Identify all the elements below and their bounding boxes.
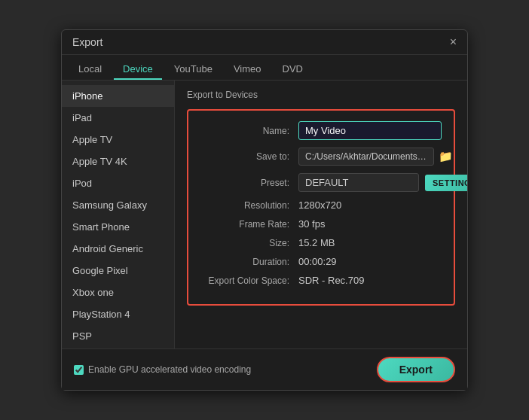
sidebar-item-samsung-galaxy[interactable]: Samsung Galaxy (62, 194, 174, 216)
tab-local[interactable]: Local (69, 59, 111, 80)
dialog-body: iPhone iPad Apple TV Apple TV 4K iPod Sa… (62, 81, 467, 374)
section-label: Export to Devices (187, 90, 455, 100)
preset-label: Preset: (200, 178, 298, 188)
sidebar-item-ipad[interactable]: iPad (62, 107, 174, 129)
dialog-footer: Enable GPU accelerated video encoding Ex… (62, 348, 467, 390)
duration-label: Duration: (200, 257, 298, 267)
export-dialog: Export × Local Device YouTube Vimeo DVD … (61, 29, 468, 391)
duration-value: 00:00:29 (298, 256, 337, 267)
sidebar-item-ipod[interactable]: iPod (62, 172, 174, 194)
save-to-label: Save to: (200, 151, 298, 162)
name-label: Name: (200, 126, 298, 136)
sidebar-item-google-pixel[interactable]: Google Pixel (62, 260, 174, 282)
preset-select[interactable]: DEFAULT HIGH QUALITY MEDIUM QUALITY LOW … (298, 173, 419, 192)
gpu-accelerated-label[interactable]: Enable GPU accelerated video encoding (74, 364, 251, 375)
dialog-header: Export × (62, 30, 467, 55)
save-to-row: Save to: 📁 (200, 148, 442, 166)
frame-rate-label: Frame Rate: (200, 219, 298, 230)
tab-dvd[interactable]: DVD (274, 59, 312, 80)
resolution-row: Resolution: 1280x720 (200, 199, 442, 211)
sidebar-item-psp[interactable]: PSP (62, 325, 174, 347)
sidebar-item-apple-tv-4k[interactable]: Apple TV 4K (62, 151, 174, 172)
sidebar-item-smart-phone[interactable]: Smart Phone (62, 216, 174, 238)
sidebar-item-apple-tv[interactable]: Apple TV (62, 129, 174, 151)
tab-vimeo[interactable]: Vimeo (225, 59, 271, 80)
folder-icon: 📁 (439, 150, 453, 163)
dialog-title: Export (72, 36, 102, 48)
export-button[interactable]: Export (377, 357, 455, 382)
frame-rate-row: Frame Rate: 30 fps (200, 218, 442, 230)
name-input[interactable] (298, 121, 442, 140)
settings-button[interactable]: SETTINGS (425, 175, 467, 191)
size-value: 15.2 MB (298, 237, 335, 248)
size-row: Size: 15.2 MB (200, 237, 442, 248)
device-sidebar: iPhone iPad Apple TV Apple TV 4K iPod Sa… (62, 81, 175, 374)
export-form: Name: Save to: 📁 Preset: (187, 109, 455, 306)
duration-row: Duration: 00:00:29 (200, 256, 442, 267)
color-space-value: SDR - Rec.709 (298, 275, 364, 286)
save-to-controls: 📁 (298, 148, 453, 166)
color-space-label: Export Color Space: (200, 275, 298, 286)
tab-device[interactable]: Device (114, 59, 162, 80)
sidebar-item-xbox-one[interactable]: Xbox one (62, 282, 174, 303)
preset-controls: DEFAULT HIGH QUALITY MEDIUM QUALITY LOW … (298, 173, 467, 192)
sidebar-item-playstation-4[interactable]: PlayStation 4 (62, 303, 174, 325)
tab-bar: Local Device YouTube Vimeo DVD (62, 55, 467, 81)
save-path-input[interactable] (298, 148, 434, 166)
close-button[interactable]: × (450, 36, 457, 48)
folder-button[interactable]: 📁 (439, 150, 453, 163)
preset-row: Preset: DEFAULT HIGH QUALITY MEDIUM QUAL… (200, 173, 442, 192)
color-space-row: Export Color Space: SDR - Rec.709 (200, 275, 442, 286)
gpu-accelerated-text: Enable GPU accelerated video encoding (88, 364, 251, 375)
name-row: Name: (200, 121, 442, 140)
main-content: Export to Devices Name: Save to: 📁 (175, 81, 467, 374)
size-label: Size: (200, 238, 298, 248)
sidebar-item-android-generic[interactable]: Android Generic (62, 238, 174, 260)
resolution-label: Resolution: (200, 200, 298, 211)
sidebar-item-iphone[interactable]: iPhone (62, 85, 174, 107)
frame-rate-value: 30 fps (298, 218, 325, 230)
gpu-accelerated-checkbox[interactable] (74, 365, 84, 375)
tab-youtube[interactable]: YouTube (165, 59, 222, 80)
resolution-value: 1280x720 (298, 199, 341, 211)
